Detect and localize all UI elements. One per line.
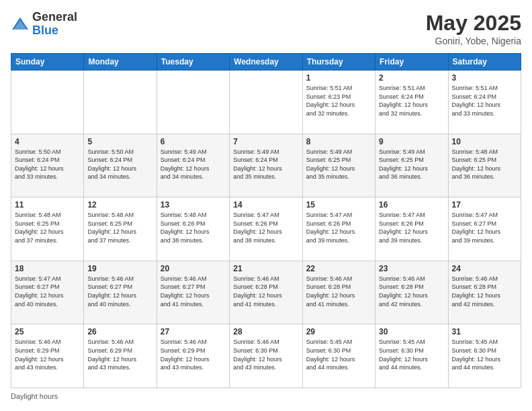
day-number: 11 <box>15 200 80 210</box>
day-info: Sunrise: 5:46 AM Sunset: 6:29 PM Dayligh… <box>161 338 226 371</box>
day-info: Sunrise: 5:45 AM Sunset: 6:30 PM Dayligh… <box>306 338 371 371</box>
day-number: 29 <box>306 327 371 336</box>
calendar: SundayMondayTuesdayWednesdayThursdayFrid… <box>11 53 521 388</box>
day-number: 24 <box>452 264 517 273</box>
calendar-cell: 14Sunrise: 5:47 AM Sunset: 6:26 PM Dayli… <box>230 197 302 261</box>
logo-blue: Blue <box>32 24 58 37</box>
day-info: Sunrise: 5:47 AM Sunset: 6:26 PM Dayligh… <box>233 211 298 244</box>
day-number: 16 <box>379 200 444 210</box>
day-info: Sunrise: 5:47 AM Sunset: 6:26 PM Dayligh… <box>379 211 444 244</box>
page: General Blue May 2025 Goniri, Yobe, Nige… <box>0 0 532 411</box>
day-number: 31 <box>452 327 517 336</box>
calendar-cell: 28Sunrise: 5:46 AM Sunset: 6:30 PM Dayli… <box>230 324 302 388</box>
daylight-label: Daylight hours <box>11 392 58 400</box>
day-number: 20 <box>161 264 226 273</box>
calendar-cell: 17Sunrise: 5:47 AM Sunset: 6:27 PM Dayli… <box>448 197 521 261</box>
week-row-4: 18Sunrise: 5:47 AM Sunset: 6:27 PM Dayli… <box>11 261 521 324</box>
day-number: 21 <box>233 264 298 273</box>
day-number: 12 <box>87 200 152 210</box>
weekday-header-friday: Friday <box>375 54 448 71</box>
day-number: 1 <box>306 73 371 83</box>
calendar-cell: 5Sunrise: 5:50 AM Sunset: 6:24 PM Daylig… <box>84 134 157 197</box>
weekday-header-wednesday: Wednesday <box>230 54 302 71</box>
weekday-header-saturday: Saturday <box>448 54 521 71</box>
day-info: Sunrise: 5:45 AM Sunset: 6:30 PM Dayligh… <box>379 338 444 371</box>
calendar-cell: 15Sunrise: 5:47 AM Sunset: 6:26 PM Dayli… <box>302 197 375 261</box>
day-info: Sunrise: 5:51 AM Sunset: 6:23 PM Dayligh… <box>306 84 371 118</box>
week-row-3: 11Sunrise: 5:48 AM Sunset: 6:25 PM Dayli… <box>11 197 521 261</box>
day-number: 8 <box>306 137 371 146</box>
calendar-cell: 6Sunrise: 5:49 AM Sunset: 6:24 PM Daylig… <box>157 134 229 197</box>
day-info: Sunrise: 5:49 AM Sunset: 6:24 PM Dayligh… <box>233 148 298 181</box>
calendar-cell: 12Sunrise: 5:48 AM Sunset: 6:25 PM Dayli… <box>84 197 157 261</box>
location: Goniri, Yobe, Nigeria <box>426 36 521 46</box>
calendar-cell: 26Sunrise: 5:46 AM Sunset: 6:29 PM Dayli… <box>84 324 157 388</box>
week-row-5: 25Sunrise: 5:46 AM Sunset: 6:29 PM Dayli… <box>11 324 521 388</box>
logo-icon <box>11 15 30 34</box>
day-number: 26 <box>87 327 152 336</box>
calendar-cell: 22Sunrise: 5:46 AM Sunset: 6:28 PM Dayli… <box>302 261 375 324</box>
week-row-2: 4Sunrise: 5:50 AM Sunset: 6:24 PM Daylig… <box>11 134 521 197</box>
day-number: 15 <box>306 200 371 210</box>
calendar-cell: 13Sunrise: 5:48 AM Sunset: 6:26 PM Dayli… <box>157 197 229 261</box>
day-number: 17 <box>452 200 517 210</box>
day-number: 13 <box>161 200 226 210</box>
day-number: 5 <box>87 137 152 146</box>
calendar-header: SundayMondayTuesdayWednesdayThursdayFrid… <box>11 54 521 71</box>
calendar-cell: 16Sunrise: 5:47 AM Sunset: 6:26 PM Dayli… <box>375 197 448 261</box>
day-info: Sunrise: 5:45 AM Sunset: 6:30 PM Dayligh… <box>452 338 517 371</box>
day-info: Sunrise: 5:46 AM Sunset: 6:29 PM Dayligh… <box>15 338 80 371</box>
calendar-cell: 10Sunrise: 5:48 AM Sunset: 6:25 PM Dayli… <box>448 134 521 197</box>
day-number: 6 <box>161 137 226 146</box>
calendar-cell: 20Sunrise: 5:46 AM Sunset: 6:27 PM Dayli… <box>157 261 229 324</box>
weekday-row: SundayMondayTuesdayWednesdayThursdayFrid… <box>11 54 521 71</box>
calendar-cell: 4Sunrise: 5:50 AM Sunset: 6:24 PM Daylig… <box>11 134 84 197</box>
day-info: Sunrise: 5:46 AM Sunset: 6:28 PM Dayligh… <box>379 275 444 308</box>
day-info: Sunrise: 5:48 AM Sunset: 6:25 PM Dayligh… <box>452 148 517 181</box>
calendar-cell: 24Sunrise: 5:46 AM Sunset: 6:28 PM Dayli… <box>448 261 521 324</box>
calendar-cell: 18Sunrise: 5:47 AM Sunset: 6:27 PM Dayli… <box>11 261 84 324</box>
day-info: Sunrise: 5:47 AM Sunset: 6:27 PM Dayligh… <box>452 211 517 244</box>
calendar-cell: 3Sunrise: 5:51 AM Sunset: 6:24 PM Daylig… <box>448 71 521 134</box>
day-info: Sunrise: 5:47 AM Sunset: 6:27 PM Dayligh… <box>15 275 80 308</box>
calendar-cell: 7Sunrise: 5:49 AM Sunset: 6:24 PM Daylig… <box>230 134 302 197</box>
calendar-cell: 2Sunrise: 5:51 AM Sunset: 6:24 PM Daylig… <box>375 71 448 134</box>
calendar-cell: 19Sunrise: 5:46 AM Sunset: 6:27 PM Dayli… <box>84 261 157 324</box>
logo-general: General <box>32 10 77 24</box>
calendar-cell: 29Sunrise: 5:45 AM Sunset: 6:30 PM Dayli… <box>302 324 375 388</box>
day-number: 18 <box>15 264 80 273</box>
day-info: Sunrise: 5:50 AM Sunset: 6:24 PM Dayligh… <box>87 148 152 181</box>
weekday-header-monday: Monday <box>84 54 157 71</box>
logo-text: General Blue <box>32 11 77 38</box>
week-row-1: 1Sunrise: 5:51 AM Sunset: 6:23 PM Daylig… <box>11 71 521 134</box>
day-number: 22 <box>306 264 371 273</box>
calendar-cell: 30Sunrise: 5:45 AM Sunset: 6:30 PM Dayli… <box>375 324 448 388</box>
day-info: Sunrise: 5:46 AM Sunset: 6:28 PM Dayligh… <box>452 275 517 308</box>
day-number: 7 <box>233 137 298 146</box>
day-info: Sunrise: 5:51 AM Sunset: 6:24 PM Dayligh… <box>452 84 517 118</box>
weekday-header-tuesday: Tuesday <box>157 54 229 71</box>
day-info: Sunrise: 5:49 AM Sunset: 6:24 PM Dayligh… <box>161 148 226 181</box>
day-number: 27 <box>161 327 226 336</box>
weekday-header-sunday: Sunday <box>11 54 84 71</box>
calendar-cell: 31Sunrise: 5:45 AM Sunset: 6:30 PM Dayli… <box>448 324 521 388</box>
calendar-cell: 21Sunrise: 5:46 AM Sunset: 6:28 PM Dayli… <box>230 261 302 324</box>
calendar-cell <box>11 71 84 134</box>
day-number: 10 <box>452 137 517 146</box>
footer-note: Daylight hours <box>11 392 521 400</box>
day-info: Sunrise: 5:46 AM Sunset: 6:27 PM Dayligh… <box>87 275 152 308</box>
day-info: Sunrise: 5:50 AM Sunset: 6:24 PM Dayligh… <box>15 148 80 181</box>
calendar-cell <box>230 71 302 134</box>
calendar-cell <box>84 71 157 134</box>
calendar-cell: 9Sunrise: 5:49 AM Sunset: 6:25 PM Daylig… <box>375 134 448 197</box>
day-info: Sunrise: 5:46 AM Sunset: 6:28 PM Dayligh… <box>233 275 298 308</box>
header: General Blue May 2025 Goniri, Yobe, Nige… <box>11 11 521 46</box>
day-info: Sunrise: 5:51 AM Sunset: 6:24 PM Dayligh… <box>379 84 444 118</box>
calendar-cell: 23Sunrise: 5:46 AM Sunset: 6:28 PM Dayli… <box>375 261 448 324</box>
day-number: 30 <box>379 327 444 336</box>
calendar-cell <box>157 71 229 134</box>
day-info: Sunrise: 5:46 AM Sunset: 6:29 PM Dayligh… <box>87 338 152 371</box>
day-number: 2 <box>379 73 444 83</box>
day-number: 19 <box>87 264 152 273</box>
day-number: 4 <box>15 137 80 146</box>
